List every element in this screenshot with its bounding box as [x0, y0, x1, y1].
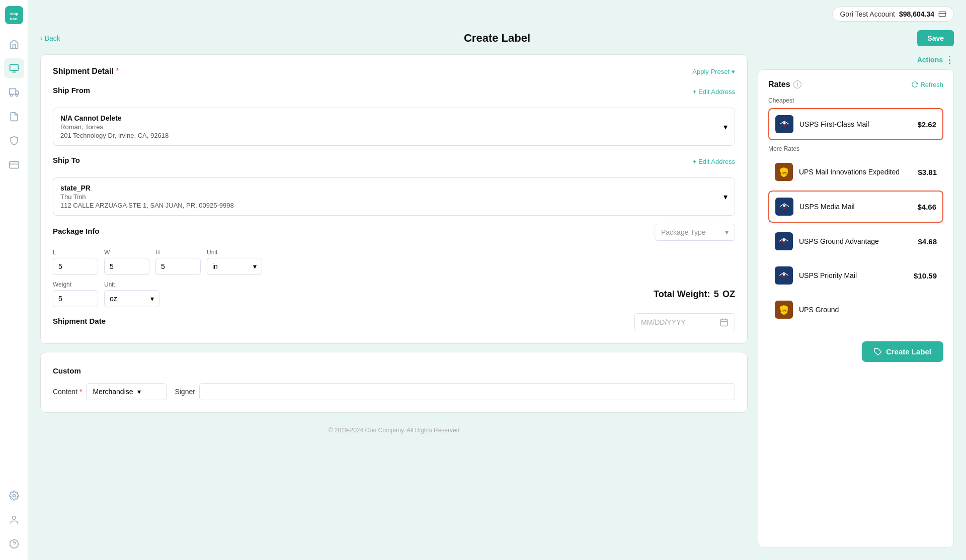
account-badge[interactable]: Gori Test Account $98,604.34 — [832, 7, 954, 22]
svg-point-13 — [12, 516, 16, 520]
weight-unit-label: Unit — [104, 281, 159, 288]
refresh-button[interactable]: Refresh — [911, 81, 943, 88]
rate-item-usps-media-mail[interactable]: USPS Media Mail $4.66 — [768, 191, 943, 223]
usps-eagle-icon-3 — [778, 236, 790, 246]
ups-logo-2: UPS — [775, 301, 793, 319]
svg-text:ship: ship — [10, 12, 18, 16]
usps-logo — [775, 115, 793, 133]
svg-rect-16 — [939, 12, 945, 16]
sidebar-item-settings[interactable] — [4, 486, 24, 506]
account-name: Gori Test Account — [840, 10, 895, 18]
rate-price-usps-priority-mail: $10.59 — [914, 271, 937, 280]
dim-unit-select[interactable]: in ▾ — [207, 258, 262, 275]
rate-name-ups-innovations: UPS Mail Innovations Expedited — [799, 168, 912, 176]
package-info-header: Package Info Package Type ▾ — [53, 224, 735, 241]
usps-logo-4 — [775, 266, 793, 285]
length-label: L — [53, 249, 98, 256]
weight-unit-chevron-icon: ▾ — [150, 295, 154, 303]
content-chevron-icon: ▾ — [137, 388, 141, 396]
left-panel: Shipment Detail * Apply Preset ▾ Ship Fr… — [40, 54, 748, 548]
sidebar-item-account[interactable] — [4, 510, 24, 530]
package-type-select[interactable]: Package Type ▾ — [655, 224, 735, 241]
rate-item-usps-first-class[interactable]: USPS First-Class Mail $2.62 — [768, 108, 943, 140]
dim-unit-value: in — [212, 262, 218, 270]
rates-title: Rates i — [768, 80, 801, 89]
rate-name-usps-ground-advantage: USPS Ground Advantage — [799, 237, 912, 245]
rate-price-usps-ground-advantage: $4.68 — [918, 237, 937, 246]
ship-to-chevron-icon: ▾ — [723, 192, 728, 202]
ship-to-edit-button[interactable]: + Edit Address — [693, 158, 735, 165]
weight-unit-field: Unit oz ▾ — [104, 281, 159, 307]
svg-point-23 — [783, 122, 786, 125]
apply-preset-button[interactable]: Apply Preset ▾ — [692, 68, 735, 75]
back-button[interactable]: ‹ Back — [40, 34, 60, 42]
actions-button[interactable]: Actions ⋮ — [917, 54, 954, 65]
height-field: H — [155, 249, 201, 275]
custom-title: Custom — [53, 366, 735, 375]
more-rates-label: More Rates — [768, 145, 943, 152]
svg-rect-6 — [9, 89, 15, 95]
rate-item-ups-ground[interactable]: UPS UPS Ground — [768, 294, 943, 325]
svg-rect-3 — [10, 65, 18, 71]
actions-menu-icon: ⋮ — [945, 54, 954, 65]
ship-to-name: state_PR — [60, 184, 234, 192]
refresh-icon — [911, 81, 918, 88]
usps-logo-3 — [775, 232, 793, 250]
rate-price-ups-innovations: $3.81 — [918, 168, 937, 176]
app-logo[interactable]: ship boe. — [5, 6, 23, 24]
required-indicator: * — [116, 67, 119, 75]
height-input[interactable] — [155, 258, 201, 275]
dim-unit-label: Unit — [207, 249, 262, 256]
ship-from-chevron-icon: ▾ — [723, 122, 728, 132]
sidebar-item-help[interactable] — [4, 534, 24, 554]
chevron-down-icon: ▾ — [732, 68, 735, 75]
ship-from-edit-button[interactable]: + Edit Address — [693, 88, 735, 96]
rate-item-ups-innovations[interactable]: UPS UPS Mail Innovations Expedited $3.81 — [768, 156, 943, 188]
weight-input[interactable] — [53, 290, 98, 307]
weight-field: Weight — [53, 281, 98, 307]
signer-label: Signer — [175, 388, 195, 396]
dimensions-row: L W H Unit — [53, 249, 735, 275]
sidebar-item-orders[interactable] — [4, 58, 24, 78]
usps-eagle-icon — [778, 119, 790, 129]
length-input[interactable] — [53, 258, 98, 275]
rate-item-usps-priority-mail[interactable]: USPS Priority Mail $10.59 — [768, 260, 943, 291]
shipment-detail-header: Shipment Detail * Apply Preset ▾ — [53, 67, 735, 76]
save-button[interactable]: Save — [917, 30, 954, 46]
svg-text:UPS: UPS — [780, 171, 788, 175]
rates-info-icon[interactable]: i — [793, 80, 801, 88]
width-label: W — [104, 249, 149, 256]
rate-item-usps-ground-advantage[interactable]: USPS Ground Advantage $4.68 — [768, 226, 943, 257]
ship-from-address-select[interactable]: N/A Cannot Delete Roman, Torres 201 Tech… — [53, 108, 735, 146]
sidebar-item-documents[interactable] — [4, 107, 24, 127]
ups-shield-icon: UPS — [778, 166, 790, 178]
create-label-button[interactable]: Create Label — [862, 341, 943, 362]
rate-name-usps-first-class: USPS First-Class Mail — [799, 120, 911, 128]
usps-eagle-icon-4 — [778, 270, 790, 281]
width-input[interactable] — [104, 258, 149, 275]
svg-marker-7 — [16, 91, 19, 95]
rate-price-usps-media-mail: $4.66 — [917, 203, 936, 211]
signer-input[interactable] — [199, 383, 735, 400]
dim-unit-chevron-icon: ▾ — [253, 262, 257, 270]
ship-to-address-info: state_PR Thu Tinh 112 CALLE ARZUAGA STE … — [60, 184, 234, 209]
sidebar-item-insurance[interactable] — [4, 131, 24, 151]
content-select[interactable]: Merchandise ▾ — [86, 383, 167, 400]
ups-logo: UPS — [775, 163, 793, 181]
total-weight-value: 5 — [714, 289, 719, 299]
sidebar-item-home[interactable] — [4, 34, 24, 54]
weight-unit-select[interactable]: oz ▾ — [104, 290, 159, 307]
rate-name-usps-priority-mail: USPS Priority Mail — [799, 271, 908, 279]
ship-to-address-select[interactable]: state_PR Thu Tinh 112 CALLE ARZUAGA STE … — [53, 177, 735, 216]
right-panel: Actions ⋮ Rates i Refresh — [758, 54, 954, 548]
pkg-type-chevron-icon: ▾ — [725, 228, 729, 236]
ship-to-sub: Thu Tinh — [60, 193, 234, 201]
sidebar-item-billing[interactable] — [4, 155, 24, 175]
shipment-date-input[interactable]: MM/DD/YYYY — [634, 313, 735, 331]
sidebar-item-shipments[interactable] — [4, 82, 24, 103]
page-header: ‹ Back Create Label Save — [40, 30, 954, 46]
weight-unit-value: oz — [110, 295, 117, 303]
topbar: Gori Test Account $98,604.34 — [56, 0, 966, 28]
right-header: Actions ⋮ — [758, 54, 954, 65]
weight-row: Weight Unit oz ▾ Tota — [53, 281, 735, 307]
